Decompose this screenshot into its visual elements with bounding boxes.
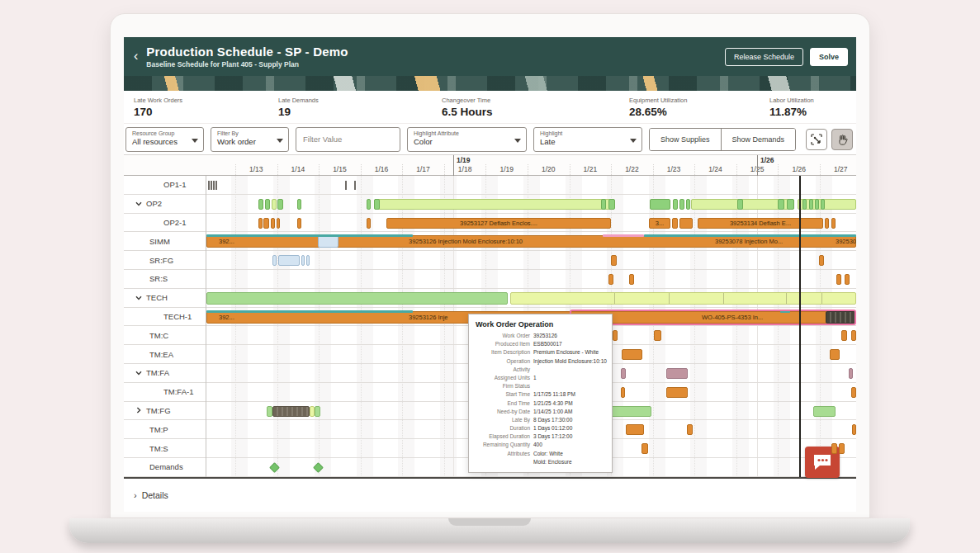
gantt-bar[interactable] [851,330,856,341]
gantt-bar[interactable] [608,274,613,285]
gantt-bar[interactable] [839,443,845,454]
gantt-bar[interactable] [815,199,819,210]
gantt-bar[interactable] [679,218,693,229]
gantt-bar[interactable] [686,199,690,210]
gantt-bar[interactable] [778,199,784,210]
gantt-bar[interactable] [654,330,661,341]
row-label-tm:c[interactable]: TM:C [124,326,206,345]
gantt-bar[interactable] [301,255,305,266]
gantt-bar[interactable] [679,199,684,210]
gantt-bar[interactable] [297,199,301,210]
show-demands-button[interactable]: Show Demands [721,129,796,150]
gantt-bar[interactable] [367,218,371,229]
gantt-bar[interactable] [737,199,743,210]
gantt-bar[interactable]: 39253134 Deflash E... [698,218,823,229]
show-supplies-button[interactable]: Show Supplies [650,129,721,150]
gantt-bar[interactable] [607,406,651,417]
gantt-bar[interactable]: 39253127 Deflash Enclos.... [386,218,611,229]
gantt-bar[interactable] [851,387,856,398]
gantt-bar[interactable] [809,199,813,210]
gantt-bar[interactable] [608,199,615,210]
pan-hand-button[interactable] [831,129,853,150]
gantt-bar[interactable] [672,218,678,229]
gantt-bar[interactable] [601,199,606,210]
row-label-tm:s[interactable]: TM:S [124,439,206,458]
gantt-bar[interactable] [367,199,371,210]
gantt-bar[interactable] [215,181,217,190]
gantt-bar[interactable] [272,406,310,417]
chevron-down-icon[interactable] [135,200,143,208]
back-chevron-icon[interactable]: ‹ [134,49,138,64]
gantt-bar[interactable] [841,330,847,341]
row-label-sr:s[interactable]: SR:S [124,270,206,289]
marquee-zoom-button[interactable] [806,129,827,150]
chevron-down-icon[interactable] [135,294,143,302]
gantt-bar[interactable] [626,424,644,435]
gantt-bar[interactable] [813,406,836,417]
gantt-bar[interactable] [830,349,840,360]
chevron-down-icon[interactable] [135,369,143,377]
gantt-bar[interactable] [277,218,280,229]
gantt-bar[interactable] [849,368,853,379]
gantt-bar[interactable] [206,292,508,305]
gantt-bar[interactable] [819,255,824,266]
gantt-bar[interactable] [825,218,829,229]
gantt-bar[interactable] [306,255,310,266]
gantt-bar[interactable] [265,199,270,210]
gantt-bar[interactable] [272,199,277,210]
gantt-bar[interactable] [611,255,617,266]
gantt-bar[interactable] [831,443,837,454]
gantt-bar[interactable] [313,462,324,473]
gantt-bar[interactable] [852,424,856,435]
row-label-sr:fg[interactable]: SR:FG [124,251,206,270]
details-label[interactable]: Details [142,490,168,500]
gantt-bar[interactable] [278,255,300,266]
gantt-bar[interactable] [787,199,794,210]
gantt-bar[interactable] [374,199,611,210]
gantt-bar[interactable] [687,424,693,435]
gantt-bar[interactable] [345,181,347,190]
gantt-bar[interactable] [271,218,275,229]
gantt-bar[interactable] [258,199,263,210]
row-label-simm[interactable]: SIMM [124,232,206,251]
gantt-bar[interactable] [374,199,380,210]
filter-by-select[interactable]: Filter By Work order [211,127,289,152]
gantt-bar[interactable] [821,199,825,210]
gantt-bar[interactable] [211,181,212,190]
row-label-tm:p[interactable]: TM:P [124,420,206,439]
row-label-op2-1[interactable]: OP2-1 [124,214,206,233]
gantt-bar[interactable]: 3... [649,218,670,229]
row-label-tm:fg[interactable]: TM:FG [124,402,206,421]
solve-button[interactable]: Solve [810,48,848,66]
gantt-bar[interactable] [277,199,283,210]
gantt-bar[interactable] [315,406,320,417]
row-label-tm:fa-1[interactable]: TM:FA-1 [124,383,206,402]
gantt-bar[interactable] [263,218,269,229]
gantt-bar[interactable] [621,368,626,379]
gantt-bar[interactable] [629,274,634,285]
gantt-bar[interactable] [206,235,856,248]
row-label-demands[interactable]: Demands [124,458,206,477]
gantt-bar[interactable] [208,181,210,190]
gantt-bar[interactable] [613,330,618,341]
filter-value-input[interactable] [296,127,400,152]
gantt-bar[interactable] [354,181,356,190]
row-label-op2[interactable]: OP2 [124,195,206,214]
row-label-tm:fa[interactable]: TM:FA [124,364,206,383]
gantt-bar[interactable] [836,274,841,285]
details-expand-chevron-icon[interactable]: › [134,490,137,500]
gantt-bar[interactable] [673,199,678,210]
gantt-bar[interactable] [267,406,272,417]
gantt-bar[interactable] [318,235,339,248]
highlight-attribute-select[interactable]: Highlight Attribute Color [407,127,527,152]
gantt-bar[interactable] [831,218,836,229]
gantt-bar[interactable] [666,368,688,379]
gantt-bar[interactable] [272,255,277,266]
chevron-right-icon[interactable] [135,406,143,414]
highlight-select[interactable]: Highlight Late [533,127,642,152]
gantt-bar[interactable] [213,181,215,190]
row-label-tech-1[interactable]: TECH-1 [124,308,206,327]
gantt-bar[interactable] [845,274,850,285]
gantt-bar[interactable] [666,387,688,398]
gantt-bar[interactable] [650,199,670,210]
